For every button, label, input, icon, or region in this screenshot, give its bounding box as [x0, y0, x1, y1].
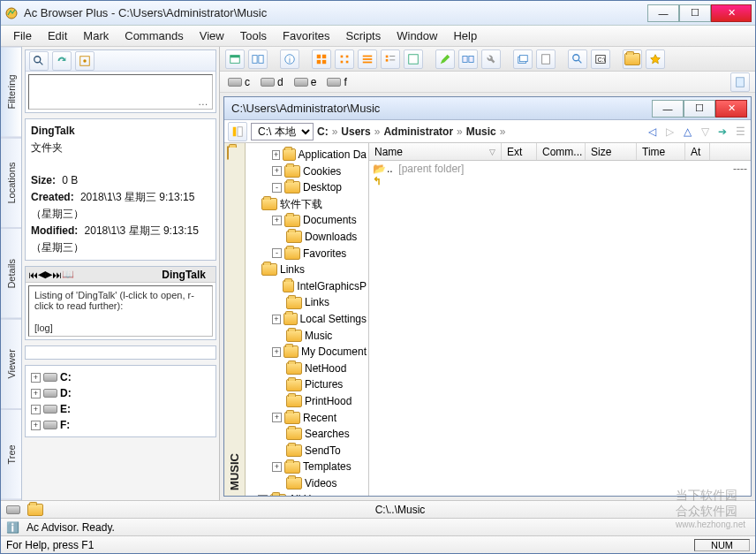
nav-prev-icon[interactable]: ◀: [38, 269, 45, 280]
drive-combo[interactable]: C:\ 本地: [251, 123, 314, 140]
view-thumbs-icon[interactable]: [404, 49, 423, 69]
parent-folder-row[interactable]: 📂↰ .. [parent folder] ----: [369, 161, 751, 177]
toggle-tree-icon[interactable]: [228, 122, 247, 141]
nav-first-icon[interactable]: ⏮: [28, 269, 38, 280]
column-header[interactable]: Size: [586, 143, 637, 160]
edit-icon[interactable]: [435, 49, 455, 69]
tree-node[interactable]: +Local Settings: [247, 311, 367, 328]
terminal-icon[interactable]: C:\: [591, 49, 610, 69]
sidetab-details[interactable]: Details: [1, 228, 21, 319]
compare-icon[interactable]: [458, 49, 478, 69]
options-icon[interactable]: [75, 51, 94, 71]
inner-maximize-button[interactable]: ☐: [684, 100, 715, 118]
tree-node[interactable]: -Favorites: [247, 246, 367, 262]
menu-favorites[interactable]: Favorites: [276, 27, 336, 44]
music-tab-label[interactable]: MUSIC: [228, 448, 241, 496]
crumb-c[interactable]: C:: [317, 125, 329, 138]
drive-tree-item[interactable]: +C:: [31, 369, 210, 385]
menu-help[interactable]: Help: [446, 27, 484, 44]
menu-commands[interactable]: Commands: [117, 27, 190, 44]
sidetab-filtering[interactable]: Filtering: [1, 47, 21, 138]
stacked-icon[interactable]: [513, 49, 533, 69]
drive-d[interactable]: d: [258, 75, 286, 89]
crumb-admin[interactable]: Administrator: [383, 125, 453, 138]
info-icon[interactable]: i: [280, 49, 299, 69]
tree-node[interactable]: Pictures: [247, 376, 367, 393]
inner-close-button[interactable]: ✕: [715, 100, 747, 118]
nav-last-icon[interactable]: ⏭: [52, 269, 62, 280]
tree-node[interactable]: Searches: [247, 426, 367, 443]
drive-tree-item[interactable]: +F:: [31, 417, 210, 433]
tree-node[interactable]: +My Document: [247, 344, 367, 360]
tree-node[interactable]: Videos: [247, 475, 367, 492]
view-list-icon[interactable]: [358, 49, 377, 69]
column-header[interactable]: At: [685, 143, 710, 160]
drive-tree-item[interactable]: +D:: [31, 385, 210, 401]
tree-node[interactable]: +Templates: [247, 459, 367, 475]
nav-up-icon[interactable]: △: [680, 125, 694, 139]
column-header[interactable]: Time: [637, 143, 685, 160]
search-tool-icon[interactable]: [568, 49, 587, 69]
menu-window[interactable]: Window: [389, 27, 444, 44]
nav-forward-icon[interactable]: ▷: [662, 125, 677, 139]
tree-node[interactable]: +Cookies: [247, 163, 367, 180]
fav-icon[interactable]: [646, 49, 665, 69]
crumb-music[interactable]: Music: [466, 125, 496, 138]
inner-minimize-button[interactable]: —: [652, 100, 684, 118]
menu-tools[interactable]: Tools: [233, 27, 274, 44]
page-icon[interactable]: [536, 49, 556, 69]
tree-node[interactable]: -Desktop: [247, 179, 367, 196]
crumb-users[interactable]: Users: [341, 125, 370, 138]
dual-pane-icon[interactable]: [248, 49, 268, 69]
tree-node[interactable]: NetHood: [247, 360, 367, 377]
view-details-icon[interactable]: [381, 49, 400, 69]
column-header[interactable]: Name▽: [369, 143, 502, 160]
drive-tree-item[interactable]: +E:: [31, 401, 210, 417]
tree-node[interactable]: +Documents: [247, 212, 367, 229]
tree-node[interactable]: Links: [247, 294, 367, 311]
tree-node[interactable]: PrintHood: [247, 393, 367, 410]
close-button[interactable]: ✕: [711, 4, 752, 22]
nav-back-icon[interactable]: ◁: [645, 125, 659, 139]
nav-down-icon[interactable]: ▽: [698, 125, 712, 139]
folder-tree[interactable]: +Application Da+Cookies-Desktop软件下载+Docu…: [246, 143, 369, 496]
tree-node[interactable]: 软件下载: [247, 196, 367, 213]
tree-node[interactable]: Music: [247, 328, 367, 345]
filter-more-button[interactable]: ...: [199, 97, 208, 107]
nav-next-icon[interactable]: ▶: [45, 269, 52, 280]
tree-node[interactable]: +All Users: [247, 491, 367, 496]
sidetab-viewer[interactable]: Viewer: [1, 319, 21, 410]
sidetab-locations[interactable]: Locations: [1, 138, 21, 229]
folder-icon[interactable]: [227, 146, 229, 160]
view-small-icon[interactable]: [335, 49, 354, 69]
filter-input[interactable]: ...: [28, 74, 213, 110]
notes-icon[interactable]: [730, 72, 750, 92]
refresh-icon[interactable]: [52, 51, 72, 71]
folder-icon[interactable]: [623, 49, 642, 69]
menu-view[interactable]: View: [193, 27, 231, 44]
search-icon[interactable]: [29, 51, 49, 71]
sidetab-tree[interactable]: Tree: [1, 409, 21, 500]
maximize-button[interactable]: ☐: [679, 4, 711, 22]
tree-node[interactable]: IntelGraphicsP: [247, 278, 367, 295]
menu-edit[interactable]: Edit: [41, 27, 74, 44]
minimize-button[interactable]: —: [647, 4, 679, 22]
tree-node[interactable]: +Recent: [247, 410, 367, 427]
tree-node[interactable]: SendTo: [247, 443, 367, 459]
drive-e[interactable]: e: [291, 75, 320, 89]
tree-node[interactable]: Links: [247, 262, 367, 278]
menu-file[interactable]: File: [6, 27, 39, 44]
new-window-icon[interactable]: [225, 49, 245, 69]
drive-f[interactable]: f: [324, 75, 349, 89]
drive-c[interactable]: c: [225, 75, 253, 89]
nav-menu-icon[interactable]: ☰: [733, 125, 747, 139]
column-header[interactable]: Ext: [502, 143, 537, 160]
nav-go-icon[interactable]: ➔: [715, 125, 730, 139]
nav-book-icon[interactable]: 📖: [62, 269, 74, 280]
tree-node[interactable]: Downloads: [247, 229, 367, 246]
tree-node[interactable]: +Application Da: [247, 147, 367, 163]
view-icons-icon[interactable]: [312, 49, 331, 69]
menu-mark[interactable]: Mark: [76, 27, 116, 44]
tools-icon[interactable]: [481, 49, 501, 69]
menu-scripts[interactable]: Scripts: [339, 27, 389, 44]
